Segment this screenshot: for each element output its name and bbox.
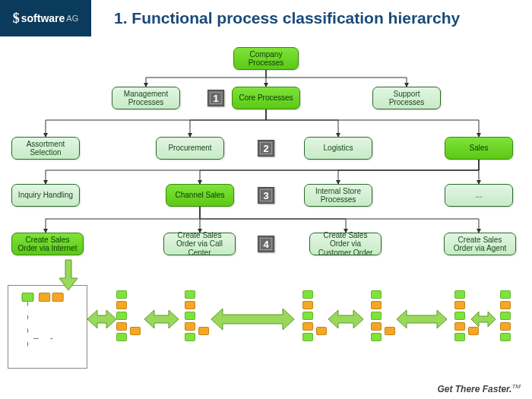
page-title: 1. Functional process classification hie…: [114, 9, 460, 27]
node-company-processes: Company Processes: [233, 47, 299, 70]
tagline-text: Get There Faster.: [437, 384, 511, 394]
level-badge-3: 3: [258, 187, 274, 204]
node-core-processes: Core Processes: [232, 87, 300, 109]
node-assortment-selection: Assortment Selection: [11, 137, 80, 160]
node-ellipsis: ...: [445, 184, 513, 207]
logo-suffix: AG: [66, 14, 78, 23]
node-internal-store-processes: Internal Store Processes: [304, 184, 372, 207]
diagram-canvas: Company Processes Management Processes C…: [0, 36, 532, 399]
mini-flowchart-band: [0, 289, 532, 376]
node-cso-internet: Create Sales Order via Internet: [11, 233, 84, 255]
node-channel-sales: Channel Sales: [166, 184, 234, 207]
level-badge-4: 4: [258, 236, 274, 252]
bidirectional-arrows: [0, 289, 532, 372]
node-inquiry-handling: Inquiry Handling: [11, 184, 80, 207]
node-cso-call-center: Create Sales Order via Call Center: [163, 233, 236, 255]
node-cso-agent: Create Sales Order via Agent: [444, 233, 516, 255]
node-support-processes: Support Processes: [372, 87, 441, 109]
node-management-processes: Management Processes: [112, 87, 180, 109]
trademark: TM: [511, 383, 521, 390]
node-logistics: Logistics: [304, 137, 372, 160]
node-sales: Sales: [445, 137, 513, 160]
node-procurement: Procurement: [156, 137, 224, 160]
logo-mark: $: [13, 11, 20, 27]
logo-text: software: [21, 12, 65, 24]
brand-logo: $ software AG: [0, 0, 91, 36]
level-badge-1: 1: [207, 90, 224, 106]
header: $ software AG 1. Functional process clas…: [0, 0, 532, 36]
node-cso-customer-order: Create Sales Order via Customer Order: [309, 233, 382, 255]
level-badge-2: 2: [258, 140, 274, 157]
footer-tagline: Get There Faster.TM: [437, 383, 521, 394]
